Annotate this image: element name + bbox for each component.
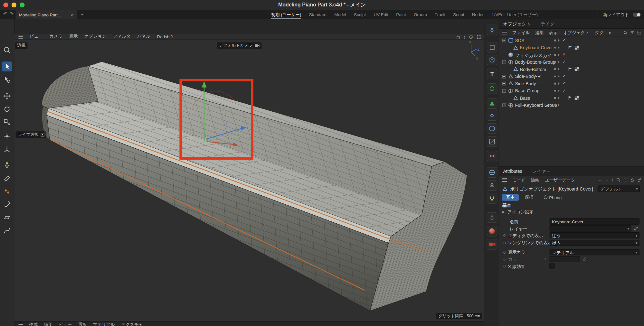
tree-row-base[interactable]: Base bbox=[499, 94, 644, 101]
popout-icon[interactable] bbox=[637, 178, 641, 182]
material-menu-edit[interactable]: 編集 bbox=[44, 321, 52, 326]
material-menu-icon[interactable] bbox=[18, 323, 23, 326]
tree-row-side-body-r[interactable]: + Side-Body-R ✓ bbox=[499, 73, 644, 80]
layout-tab-model[interactable]: Model bbox=[334, 10, 346, 19]
object-label[interactable]: Side-Body-R bbox=[515, 74, 541, 79]
attribute-menu-icon[interactable] bbox=[502, 178, 507, 182]
pen-tool-icon[interactable] bbox=[2, 160, 12, 170]
section-tab-phong[interactable]: Phong bbox=[540, 194, 566, 200]
lock-icon[interactable] bbox=[630, 178, 635, 182]
viewport-menu-camera[interactable]: カメラ bbox=[49, 34, 62, 40]
expander-icon[interactable]: − bbox=[502, 89, 506, 92]
enabled-check-icon[interactable]: ✓ bbox=[562, 38, 566, 42]
viewport-menu-redshift[interactable]: Redshift bbox=[157, 34, 173, 39]
history-back-icon[interactable]: ← bbox=[598, 178, 602, 182]
expander-icon[interactable]: + bbox=[502, 82, 506, 85]
layout-toggle-icon[interactable] bbox=[633, 13, 641, 17]
om-menu-edit[interactable]: 編集 bbox=[535, 30, 544, 35]
display-color-select[interactable]: マテリアル ▾ bbox=[550, 249, 639, 255]
filter-icon[interactable] bbox=[623, 178, 628, 182]
tab-takes[interactable]: テイク bbox=[541, 21, 554, 27]
expander-icon[interactable]: + bbox=[502, 103, 506, 107]
parent-icon[interactable]: ↑ bbox=[611, 178, 613, 182]
section-tab-coordinates[interactable]: 座標 bbox=[521, 194, 537, 200]
axis-move-tool-icon[interactable] bbox=[2, 131, 12, 141]
add-layout-button[interactable]: + bbox=[545, 12, 548, 17]
expander-icon[interactable]: + bbox=[502, 75, 506, 78]
color-swatch[interactable] bbox=[550, 256, 580, 262]
globe-icon[interactable] bbox=[487, 167, 497, 178]
move-tool-icon[interactable] bbox=[2, 91, 12, 101]
zoom-tool-icon[interactable] bbox=[2, 45, 12, 55]
maximize-view-icon[interactable] bbox=[477, 34, 481, 39]
editor-visibility-select[interactable]: 従う ▾ bbox=[550, 232, 639, 238]
object-label[interactable]: Body-Bottom bbox=[520, 67, 546, 71]
om-menu-objects[interactable]: オブジェクト bbox=[563, 30, 590, 35]
om-menu-more-icon[interactable]: ▶ bbox=[609, 31, 612, 34]
material-menu-create[interactable]: 作成 bbox=[29, 321, 38, 326]
model-mode-icon[interactable] bbox=[487, 42, 497, 52]
undo-icon[interactable]: ↶ bbox=[3, 11, 7, 17]
om-menu-file[interactable]: ファイル bbox=[512, 30, 530, 35]
layout-tab-track[interactable]: Track bbox=[435, 10, 445, 19]
compositing-tag-icon[interactable] bbox=[568, 67, 573, 71]
layout-tab-script[interactable]: Script bbox=[453, 10, 464, 19]
object-label[interactable]: Base-Group bbox=[515, 88, 539, 93]
add-document-tab-button[interactable]: + bbox=[80, 11, 84, 17]
enabled-check-icon[interactable]: ✓ bbox=[562, 74, 566, 78]
tab-layers[interactable]: レイヤー bbox=[532, 168, 550, 174]
uv-edit-icon[interactable] bbox=[487, 136, 497, 147]
redo-icon[interactable]: ↷ bbox=[9, 11, 14, 17]
layout-tab-nodes[interactable]: Nodes bbox=[472, 10, 485, 19]
scale-tool-icon[interactable] bbox=[2, 117, 12, 127]
knife-tool-icon[interactable] bbox=[2, 173, 12, 183]
visibility-dots[interactable] bbox=[554, 61, 560, 63]
object-label[interactable]: Base bbox=[520, 96, 530, 100]
object-label[interactable]: Body-Bottom-Group bbox=[515, 60, 555, 64]
visibility-dots[interactable] bbox=[554, 104, 560, 106]
tweak-tool-icon[interactable] bbox=[2, 75, 12, 85]
brush-tool-icon[interactable] bbox=[2, 200, 12, 210]
compositing-tag-icon[interactable] bbox=[568, 45, 573, 50]
search-icon[interactable] bbox=[616, 178, 620, 182]
visibility-dots[interactable] bbox=[554, 82, 560, 84]
visibility-dots[interactable] bbox=[554, 90, 560, 92]
viewport-menu-options[interactable]: オプション bbox=[84, 34, 107, 40]
layer-dropdown[interactable]: ▾ bbox=[550, 225, 631, 231]
visibility-dots[interactable] bbox=[554, 75, 560, 77]
tree-row-base-group[interactable]: − Base-Group ✓ bbox=[499, 87, 644, 94]
viewport-menu-icon[interactable] bbox=[18, 35, 23, 38]
viewport-canvas[interactable]: Y Z X 透視 デフォルトカメラ ライブ選択 グリッド間隔 : 500 cm bbox=[14, 40, 484, 321]
layout-tab-groom[interactable]: Groom bbox=[414, 10, 427, 19]
expander-icon[interactable]: − bbox=[502, 39, 506, 42]
tree-row-full-keyboard-group[interactable]: + Full-Keyboard Group bbox=[499, 102, 644, 109]
object-label[interactable]: Keyboard-Cover bbox=[520, 45, 553, 50]
visibility-dots[interactable] bbox=[554, 97, 560, 99]
rotate-tool-icon[interactable] bbox=[2, 104, 12, 114]
new-layout-button[interactable]: 新レイアウト bbox=[598, 10, 630, 19]
object-label[interactable]: Full-Keyboard Group bbox=[515, 103, 557, 107]
enabled-check-icon[interactable]: ✓ bbox=[562, 59, 566, 64]
viewport-menu-filter[interactable]: フィルタ bbox=[113, 34, 131, 40]
material-menu-material[interactable]: マテリアル bbox=[93, 321, 115, 326]
compositing-tag-icon[interactable] bbox=[568, 96, 573, 100]
texture-tag-icon[interactable] bbox=[574, 95, 579, 100]
attr-menu-mode[interactable]: モード bbox=[512, 177, 526, 183]
dolly-icon[interactable]: ↕ bbox=[463, 34, 466, 39]
layout-tab-default[interactable]: 初期 (ユーザー) bbox=[271, 10, 301, 19]
texture-tag-icon[interactable] bbox=[574, 45, 579, 50]
chevron-right-icon[interactable]: › bbox=[545, 256, 547, 261]
live-selection-tool-icon[interactable] bbox=[2, 61, 12, 71]
visibility-dots[interactable] bbox=[554, 68, 560, 70]
disabled-x-icon[interactable]: ✗ bbox=[562, 52, 566, 57]
texture-mode-icon[interactable]: T bbox=[487, 69, 497, 79]
object-label[interactable]: SDS bbox=[515, 38, 524, 43]
pen-dim-icon[interactable] bbox=[487, 212, 497, 223]
icon-settings-row[interactable]: ▶ アイコン設定 bbox=[499, 209, 644, 216]
visibility-dots[interactable] bbox=[554, 47, 560, 49]
visibility-dots[interactable] bbox=[554, 39, 560, 41]
layout-tab-standard[interactable]: Standard bbox=[309, 10, 327, 19]
object-mode-icon[interactable] bbox=[487, 55, 497, 65]
material-menu-texture[interactable]: テクスチャ bbox=[121, 321, 143, 326]
tree-row-side-body-l[interactable]: + Side-Body-L ✓ bbox=[499, 80, 644, 87]
